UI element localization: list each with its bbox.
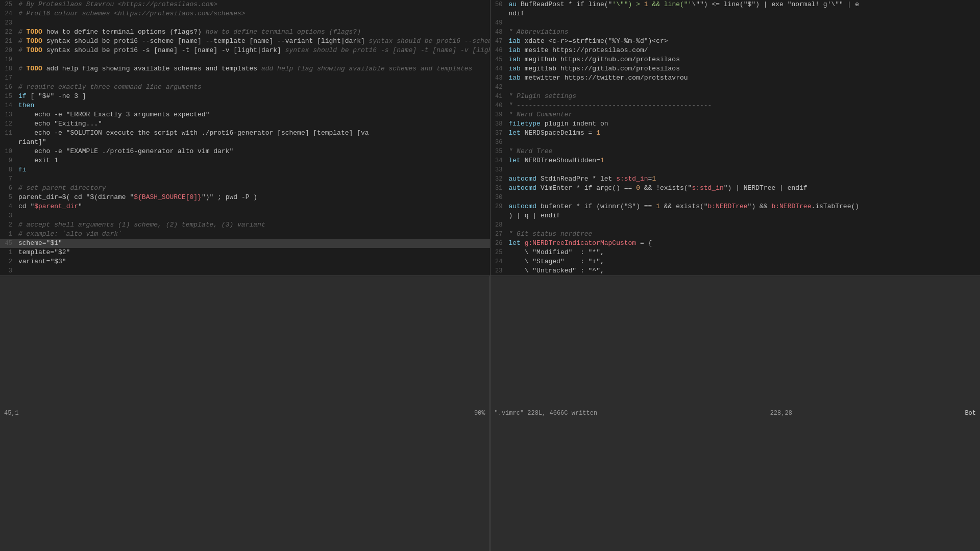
right-code-area[interactable]: 50au BufReadPost * if line("'\"") > 1 &&… xyxy=(491,0,981,276)
line-number: 45 xyxy=(0,239,16,248)
code-line: 25 \ "Modified" : "*", xyxy=(491,248,981,257)
line-number: 1 xyxy=(0,230,16,239)
line-content: " --------------------------------------… xyxy=(507,101,981,110)
line-content: variant="$3" xyxy=(16,257,490,266)
code-line: 37let NERDSpaceDelims = 1 xyxy=(491,129,981,138)
code-line: 33 xyxy=(491,165,981,174)
code-line: ndif xyxy=(491,9,981,18)
line-number: 6 xyxy=(0,184,16,193)
line-number: 2 xyxy=(0,257,16,266)
code-line: 22# TODO how to define terminal options … xyxy=(0,28,490,37)
line-number: 20 xyxy=(0,46,16,55)
line-number: 8 xyxy=(0,165,16,174)
code-line: 4cd "$parent_dir" xyxy=(0,202,490,211)
code-line: 39" Nerd Commenter xyxy=(491,110,981,119)
line-number: 4 xyxy=(0,202,16,211)
code-line: 18# TODO add help flag showing available… xyxy=(0,64,490,73)
line-number: 17 xyxy=(0,73,16,83)
code-line: 49 xyxy=(491,18,981,28)
line-number: 31 xyxy=(491,184,507,193)
code-line: 50au BufReadPost * if line("'\"") > 1 &&… xyxy=(491,0,981,9)
line-content: iab megithub https://github.com/protesil… xyxy=(507,55,981,64)
line-content: # Prot16 colour schemes <https://protesi… xyxy=(16,9,490,18)
line-content: iab mesite https://protesilaos.com/ xyxy=(507,46,981,55)
code-line: 14then xyxy=(0,101,490,110)
line-content: \ "Modified" : "*", xyxy=(507,248,981,257)
code-line: 34let NERDTreeShowHidden=1 xyxy=(491,156,981,165)
code-line: 13 echo -e "ERROR Exactly 3 arguments ex… xyxy=(0,110,490,119)
code-line: 1# example: `alto vim dark` xyxy=(0,230,490,239)
code-line: 31autocmd VimEnter * if argc() == 0 && !… xyxy=(491,184,981,193)
line-content: echo -e "ERROR Exactly 3 arguments expec… xyxy=(16,110,490,119)
line-number: 50 xyxy=(491,0,507,9)
code-line: 30 xyxy=(491,193,981,202)
code-line: 32autocmd StdinReadPre * let s:std_in=1 xyxy=(491,174,981,184)
line-content: fi xyxy=(16,165,490,174)
line-content: # TODO syntax should be prot16 --scheme … xyxy=(16,37,490,46)
line-number: 23 xyxy=(0,18,16,28)
line-number: 48 xyxy=(491,28,507,37)
line-number: 14 xyxy=(0,101,16,110)
line-number: 41 xyxy=(491,92,507,101)
line-number: 38 xyxy=(491,119,507,129)
line-number: 3 xyxy=(0,266,16,276)
line-number: 49 xyxy=(491,18,507,28)
line-content: \ "Staged" : "+", xyxy=(507,257,981,266)
line-number: 2 xyxy=(0,220,16,230)
line-content: iab metwitter https://twitter.com/protst… xyxy=(507,73,981,83)
line-number: 3 xyxy=(0,211,16,220)
line-content: # TODO how to define terminal options (f… xyxy=(16,28,490,37)
right-cursor-pos: 228,28 xyxy=(770,410,792,417)
code-line: riant]" xyxy=(0,138,490,147)
line-content: autocmd StdinReadPre * let s:std_in=1 xyxy=(507,174,981,184)
line-number: 9 xyxy=(0,156,16,165)
left-scroll-percent: 90% xyxy=(474,410,485,417)
code-line: 12 echo "Exiting..." xyxy=(0,119,490,129)
line-content: then xyxy=(16,101,490,110)
line-number: 39 xyxy=(491,110,507,119)
line-content: template="$2" xyxy=(16,248,490,257)
code-line: 2# accept shell arguments (1) scheme, (2… xyxy=(0,220,490,230)
line-content: " Nerd Commenter xyxy=(507,110,981,119)
code-line: 2variant="$3" xyxy=(0,257,490,266)
line-content: autocmd bufenter * if (winnr("$") == 1 &… xyxy=(507,202,981,211)
line-content: iab xdate <c-r>=strftime("%Y-%m-%d")<cr> xyxy=(507,37,981,46)
code-line: 46iab mesite https://protesilaos.com/ xyxy=(491,46,981,55)
code-line: 7 xyxy=(0,174,490,184)
code-line: 45iab megithub https://github.com/protes… xyxy=(491,55,981,64)
code-line: 19 xyxy=(0,55,490,64)
line-content: autocmd VimEnter * if argc() == 0 && !ex… xyxy=(507,184,981,193)
line-content: iab megitlab https://gitlab.com/protesil… xyxy=(507,64,981,73)
line-number: 36 xyxy=(491,138,507,147)
code-line: 8fi xyxy=(0,165,490,174)
line-content: ) | q | endif xyxy=(507,211,981,220)
line-content: riant]" xyxy=(16,138,490,147)
code-line: 41" Plugin settings xyxy=(491,92,981,101)
code-line: 48" Abbreviations xyxy=(491,28,981,37)
line-content: # accept shell arguments (1) scheme, (2)… xyxy=(16,220,490,230)
line-number: 43 xyxy=(491,73,507,83)
line-number: 46 xyxy=(491,46,507,55)
code-line: 3 xyxy=(0,211,490,220)
code-line: 44iab megitlab https://gitlab.com/protes… xyxy=(491,64,981,73)
code-line: 5parent_dir=$( cd "$(dirname "${BASH_SOU… xyxy=(0,193,490,202)
code-line: ) | q | endif xyxy=(491,211,981,220)
right-status-bar: ".vimrc" 228L, 4666C written 228,28 Bot xyxy=(491,276,981,552)
line-content: # TODO add help flag showing available s… xyxy=(16,64,490,73)
line-content: let g:NERDTreeIndicatorMapCustom = { xyxy=(507,239,981,248)
line-number: 33 xyxy=(491,165,507,174)
line-content: echo -e "EXAMPLE ./prot16-generator alto… xyxy=(16,147,490,156)
line-number: 28 xyxy=(491,220,507,230)
line-content: exit 1 xyxy=(16,156,490,165)
line-number: 13 xyxy=(0,110,16,119)
code-line: 17 xyxy=(0,73,490,83)
code-line: 27" Git status nerdtree xyxy=(491,230,981,239)
left-code-area[interactable]: 25# By Protesilaos Stavrou <https://prot… xyxy=(0,0,490,276)
line-content: echo -e "SOLUTION execute the script wit… xyxy=(16,129,490,138)
code-line: 23 xyxy=(0,18,490,28)
bot-label: Bot xyxy=(965,410,976,417)
line-number: 16 xyxy=(0,83,16,92)
line-content: let NERDSpaceDelims = 1 xyxy=(507,129,981,138)
line-content: cd "$parent_dir" xyxy=(16,202,490,211)
line-number: 32 xyxy=(491,174,507,184)
